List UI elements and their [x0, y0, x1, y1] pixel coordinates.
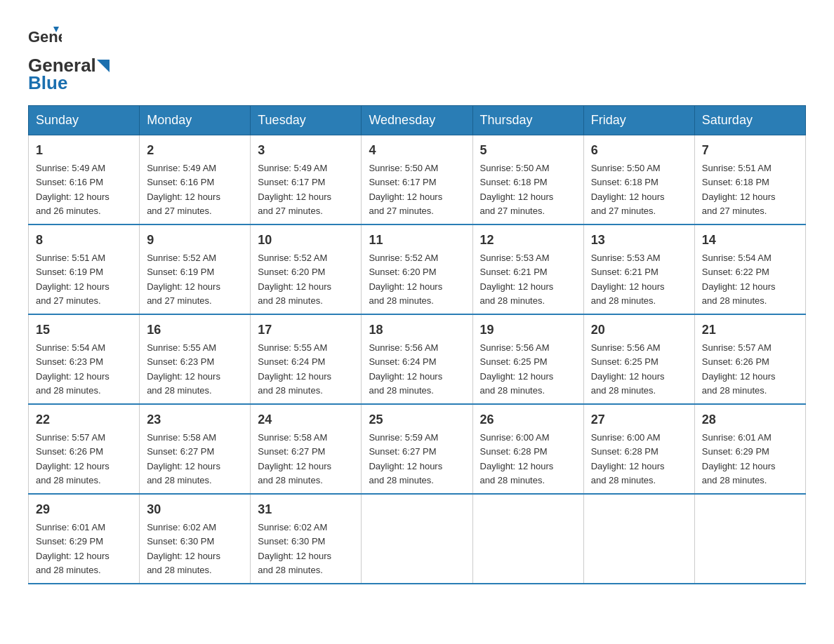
- day-info: Sunrise: 5:53 AMSunset: 6:21 PMDaylight:…: [591, 253, 665, 306]
- day-info: Sunrise: 6:01 AMSunset: 6:29 PMDaylight:…: [702, 432, 776, 485]
- day-number: 5: [480, 141, 576, 160]
- day-info: Sunrise: 5:56 AMSunset: 6:25 PMDaylight:…: [480, 342, 554, 396]
- calendar-day-cell: 28 Sunrise: 6:01 AMSunset: 6:29 PMDaylig…: [694, 404, 805, 494]
- calendar-week-row: 22 Sunrise: 5:57 AMSunset: 6:26 PMDaylig…: [29, 404, 806, 494]
- calendar-day-cell: 4 Sunrise: 5:50 AMSunset: 6:17 PMDayligh…: [362, 135, 472, 225]
- day-info: Sunrise: 5:54 AMSunset: 6:23 PMDaylight:…: [36, 342, 110, 396]
- calendar-day-cell: 1 Sunrise: 5:49 AMSunset: 6:16 PMDayligh…: [29, 135, 140, 225]
- calendar-day-cell: 31 Sunrise: 6:02 AMSunset: 6:30 PMDaylig…: [251, 494, 362, 584]
- day-info: Sunrise: 5:51 AMSunset: 6:19 PMDaylight:…: [36, 253, 110, 306]
- day-number: 2: [147, 141, 243, 160]
- weekday-header-friday: Friday: [583, 106, 694, 135]
- calendar-day-cell: 2 Sunrise: 5:49 AMSunset: 6:16 PMDayligh…: [140, 135, 251, 225]
- calendar-table: SundayMondayTuesdayWednesdayThursdayFrid…: [28, 105, 806, 584]
- day-info: Sunrise: 5:57 AMSunset: 6:26 PMDaylight:…: [36, 432, 110, 485]
- svg-marker-2: [97, 60, 110, 72]
- day-info: Sunrise: 5:55 AMSunset: 6:23 PMDaylight:…: [147, 342, 220, 396]
- calendar-day-cell: 26 Sunrise: 6:00 AMSunset: 6:28 PMDaylig…: [472, 404, 583, 494]
- day-number: 27: [591, 410, 687, 429]
- day-info: Sunrise: 5:52 AMSunset: 6:19 PMDaylight:…: [147, 253, 220, 306]
- day-number: 8: [36, 231, 132, 250]
- calendar-day-cell: [362, 494, 472, 584]
- page-header: General General Blue: [28, 21, 806, 94]
- calendar-week-row: 29 Sunrise: 6:01 AMSunset: 6:29 PMDaylig…: [29, 494, 806, 584]
- day-number: 11: [369, 231, 465, 250]
- day-number: 23: [147, 410, 243, 429]
- day-info: Sunrise: 5:54 AMSunset: 6:22 PMDaylight:…: [702, 253, 776, 306]
- calendar-day-cell: 8 Sunrise: 5:51 AMSunset: 6:19 PMDayligh…: [29, 224, 140, 314]
- day-info: Sunrise: 5:58 AMSunset: 6:27 PMDaylight:…: [258, 432, 331, 485]
- calendar-day-cell: 7 Sunrise: 5:51 AMSunset: 6:18 PMDayligh…: [694, 135, 805, 225]
- day-number: 17: [258, 321, 354, 340]
- calendar-day-cell: [583, 494, 694, 584]
- weekday-header-thursday: Thursday: [472, 106, 583, 135]
- day-info: Sunrise: 5:49 AMSunset: 6:16 PMDaylight:…: [147, 163, 220, 216]
- day-number: 13: [591, 231, 687, 250]
- day-number: 1: [36, 141, 132, 160]
- day-number: 30: [147, 500, 243, 519]
- calendar-day-cell: 11 Sunrise: 5:52 AMSunset: 6:20 PMDaylig…: [362, 224, 472, 314]
- calendar-day-cell: 29 Sunrise: 6:01 AMSunset: 6:29 PMDaylig…: [29, 494, 140, 584]
- day-number: 12: [480, 231, 576, 250]
- day-info: Sunrise: 5:59 AMSunset: 6:27 PMDaylight:…: [369, 432, 442, 485]
- calendar-day-cell: 23 Sunrise: 5:58 AMSunset: 6:27 PMDaylig…: [140, 404, 251, 494]
- calendar-day-cell: 24 Sunrise: 5:58 AMSunset: 6:27 PMDaylig…: [251, 404, 362, 494]
- calendar-body: 1 Sunrise: 5:49 AMSunset: 6:16 PMDayligh…: [29, 135, 806, 584]
- day-number: 22: [36, 410, 132, 429]
- day-info: Sunrise: 5:50 AMSunset: 6:18 PMDaylight:…: [480, 163, 554, 216]
- day-number: 20: [591, 321, 687, 340]
- calendar-day-cell: 12 Sunrise: 5:53 AMSunset: 6:21 PMDaylig…: [472, 224, 583, 314]
- calendar-day-cell: 10 Sunrise: 5:52 AMSunset: 6:20 PMDaylig…: [251, 224, 362, 314]
- calendar-day-cell: 3 Sunrise: 5:49 AMSunset: 6:17 PMDayligh…: [251, 135, 362, 225]
- calendar-week-row: 8 Sunrise: 5:51 AMSunset: 6:19 PMDayligh…: [29, 224, 806, 314]
- day-number: 16: [147, 321, 243, 340]
- calendar-day-cell: 5 Sunrise: 5:50 AMSunset: 6:18 PMDayligh…: [472, 135, 583, 225]
- day-number: 14: [702, 231, 798, 250]
- day-info: Sunrise: 5:51 AMSunset: 6:18 PMDaylight:…: [702, 163, 776, 216]
- day-number: 24: [258, 410, 354, 429]
- calendar-day-cell: 27 Sunrise: 6:00 AMSunset: 6:28 PMDaylig…: [583, 404, 694, 494]
- day-info: Sunrise: 5:56 AMSunset: 6:24 PMDaylight:…: [369, 342, 442, 396]
- calendar-day-cell: 6 Sunrise: 5:50 AMSunset: 6:18 PMDayligh…: [583, 135, 694, 225]
- day-number: 19: [480, 321, 576, 340]
- calendar-day-cell: 18 Sunrise: 5:56 AMSunset: 6:24 PMDaylig…: [362, 314, 472, 404]
- logo-blue: Blue: [28, 72, 67, 94]
- logo-icon: General: [28, 21, 62, 55]
- calendar-day-cell: [694, 494, 805, 584]
- day-number: 9: [147, 231, 243, 250]
- logo: General General Blue: [28, 21, 110, 94]
- calendar-day-cell: 19 Sunrise: 5:56 AMSunset: 6:25 PMDaylig…: [472, 314, 583, 404]
- calendar-day-cell: 25 Sunrise: 5:59 AMSunset: 6:27 PMDaylig…: [362, 404, 472, 494]
- day-info: Sunrise: 6:01 AMSunset: 6:29 PMDaylight:…: [36, 522, 110, 575]
- day-number: 21: [702, 321, 798, 340]
- calendar-day-cell: 17 Sunrise: 5:55 AMSunset: 6:24 PMDaylig…: [251, 314, 362, 404]
- weekday-header-row: SundayMondayTuesdayWednesdayThursdayFrid…: [29, 106, 806, 135]
- day-info: Sunrise: 6:00 AMSunset: 6:28 PMDaylight:…: [480, 432, 554, 485]
- weekday-header-sunday: Sunday: [29, 106, 140, 135]
- day-number: 26: [480, 410, 576, 429]
- calendar-day-cell: 15 Sunrise: 5:54 AMSunset: 6:23 PMDaylig…: [29, 314, 140, 404]
- calendar-day-cell: 21 Sunrise: 5:57 AMSunset: 6:26 PMDaylig…: [694, 314, 805, 404]
- day-number: 25: [369, 410, 465, 429]
- day-info: Sunrise: 5:53 AMSunset: 6:21 PMDaylight:…: [480, 253, 554, 306]
- logo-triangle-icon: [97, 60, 110, 72]
- day-number: 31: [258, 500, 354, 519]
- day-info: Sunrise: 5:55 AMSunset: 6:24 PMDaylight:…: [258, 342, 331, 396]
- day-info: Sunrise: 5:49 AMSunset: 6:16 PMDaylight:…: [36, 163, 110, 216]
- day-number: 6: [591, 141, 687, 160]
- calendar-day-cell: 20 Sunrise: 5:56 AMSunset: 6:25 PMDaylig…: [583, 314, 694, 404]
- calendar-day-cell: 16 Sunrise: 5:55 AMSunset: 6:23 PMDaylig…: [140, 314, 251, 404]
- calendar-day-cell: 9 Sunrise: 5:52 AMSunset: 6:19 PMDayligh…: [140, 224, 251, 314]
- day-info: Sunrise: 5:50 AMSunset: 6:17 PMDaylight:…: [369, 163, 442, 216]
- day-info: Sunrise: 6:02 AMSunset: 6:30 PMDaylight:…: [258, 522, 331, 575]
- day-info: Sunrise: 5:52 AMSunset: 6:20 PMDaylight:…: [258, 253, 331, 306]
- day-number: 3: [258, 141, 354, 160]
- day-info: Sunrise: 5:58 AMSunset: 6:27 PMDaylight:…: [147, 432, 220, 485]
- day-info: Sunrise: 6:00 AMSunset: 6:28 PMDaylight:…: [591, 432, 665, 485]
- day-info: Sunrise: 5:57 AMSunset: 6:26 PMDaylight:…: [702, 342, 776, 396]
- weekday-header-saturday: Saturday: [694, 106, 805, 135]
- day-number: 4: [369, 141, 465, 160]
- day-info: Sunrise: 5:49 AMSunset: 6:17 PMDaylight:…: [258, 163, 331, 216]
- calendar-day-cell: 30 Sunrise: 6:02 AMSunset: 6:30 PMDaylig…: [140, 494, 251, 584]
- day-number: 15: [36, 321, 132, 340]
